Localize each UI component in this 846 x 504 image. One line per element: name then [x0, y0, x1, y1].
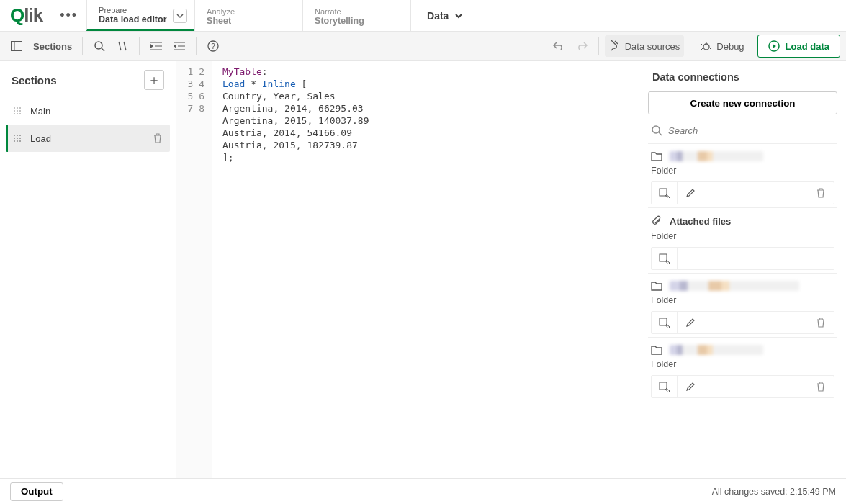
- toolbar: Sections ? Data sources Debug Load data: [0, 32, 846, 61]
- tab-analyze-big: Sheet: [207, 16, 291, 26]
- toggle-panel-button[interactable]: [6, 35, 27, 57]
- grip-icon: [13, 134, 22, 143]
- svg-line-19: [710, 48, 711, 50]
- main-area: Sections ＋ Main Load 1 2 3 4 5 6 7 8 MyT…: [0, 61, 846, 478]
- search-button[interactable]: [89, 35, 110, 57]
- help-icon: ?: [207, 40, 219, 52]
- folder-icon: [651, 281, 662, 291]
- edit-connection-button[interactable]: [678, 182, 703, 204]
- section-item-load[interactable]: Load: [6, 125, 170, 152]
- help-button[interactable]: ?: [202, 35, 224, 57]
- tab-prepare[interactable]: Prepare Data load editor: [86, 0, 194, 31]
- svg-text:?: ?: [211, 42, 215, 50]
- section-item-main[interactable]: Main: [6, 97, 170, 125]
- svg-point-36: [14, 140, 15, 142]
- svg-point-27: [14, 113, 15, 114]
- search-icon: [651, 125, 662, 136]
- redo-icon: [575, 41, 588, 51]
- svg-point-35: [19, 138, 21, 139]
- svg-rect-42: [660, 254, 667, 261]
- connection-name-redacted: [670, 345, 763, 355]
- connection-type: Folder: [651, 166, 834, 176]
- svg-point-32: [19, 135, 21, 136]
- connection-type: Folder: [651, 231, 834, 241]
- indent-button[interactable]: [145, 35, 167, 57]
- svg-rect-0: [12, 42, 22, 51]
- svg-point-25: [17, 110, 18, 112]
- app-logo: Qlik: [0, 0, 51, 31]
- connection-search[interactable]: [648, 122, 837, 143]
- connection-name-redacted: [670, 151, 763, 161]
- chevron-down-icon: [454, 12, 463, 20]
- svg-point-39: [652, 126, 660, 133]
- delete-connection-button[interactable]: [808, 376, 834, 397]
- svg-point-29: [19, 113, 21, 114]
- svg-point-24: [14, 110, 15, 112]
- svg-line-4: [119, 42, 121, 50]
- svg-line-5: [124, 42, 126, 50]
- data-sources-button[interactable]: Data sources: [605, 35, 685, 57]
- code-content[interactable]: MyTable: Load * Inline [ Country, Year, …: [212, 61, 639, 478]
- prepare-dropdown[interactable]: [173, 9, 187, 23]
- sections-toggle[interactable]: Sections: [29, 35, 76, 57]
- folder-icon: [651, 151, 662, 161]
- create-connection-button[interactable]: Create new connection: [648, 91, 837, 114]
- tab-narrate[interactable]: Narrate Storytelling: [302, 0, 410, 31]
- edit-connection-button[interactable]: [678, 376, 703, 397]
- svg-line-17: [710, 44, 711, 45]
- connection-actions: [651, 375, 834, 398]
- load-data-button[interactable]: Load data: [757, 35, 840, 58]
- svg-line-18: [701, 48, 703, 50]
- redo-button[interactable]: [571, 35, 593, 57]
- connection-item: Folder: [648, 337, 837, 401]
- connection-type: Folder: [651, 295, 834, 305]
- line-gutter: 1 2 3 4 5 6 7 8: [176, 61, 212, 478]
- footer: Output All changes saved: 2:15:49 PM: [0, 478, 846, 504]
- connection-type: Folder: [651, 359, 834, 369]
- indent-icon: [150, 41, 162, 51]
- connection-item: Folder: [648, 143, 837, 207]
- edit-connection-button[interactable]: [678, 312, 703, 333]
- plug-icon: [609, 40, 621, 52]
- search-icon: [94, 40, 105, 52]
- connection-search-input[interactable]: [668, 125, 836, 136]
- connection-item: Attached filesFolder: [648, 207, 837, 273]
- svg-point-37: [17, 140, 18, 142]
- sections-panel: Sections ＋ Main Load: [0, 61, 176, 478]
- output-button[interactable]: Output: [10, 482, 63, 501]
- select-data-button[interactable]: [652, 312, 678, 333]
- more-menu[interactable]: •••: [51, 0, 86, 31]
- tab-analyze[interactable]: Analyze Sheet: [194, 0, 302, 31]
- select-data-button[interactable]: [652, 248, 678, 269]
- select-data-icon: [659, 188, 670, 198]
- add-section-button[interactable]: ＋: [144, 70, 164, 90]
- debug-button[interactable]: Debug: [696, 35, 748, 57]
- grip-icon: [13, 107, 22, 115]
- code-editor[interactable]: 1 2 3 4 5 6 7 8 MyTable: Load * Inline […: [176, 61, 639, 478]
- comment-button[interactable]: [112, 35, 133, 57]
- data-menu[interactable]: Data: [410, 0, 479, 31]
- save-status: All changes saved: 2:15:49 PM: [712, 487, 836, 497]
- select-data-icon: [659, 382, 670, 392]
- svg-line-40: [659, 132, 662, 135]
- edit-icon: [685, 318, 696, 328]
- connection-item: Folder: [648, 273, 837, 337]
- select-data-button[interactable]: [652, 182, 678, 204]
- svg-point-31: [17, 135, 18, 136]
- delete-connection-button[interactable]: [808, 312, 834, 333]
- undo-button[interactable]: [548, 35, 570, 57]
- delete-connection-button[interactable]: [808, 182, 834, 204]
- tab-narrate-big: Storytelling: [315, 16, 399, 26]
- delete-section-button[interactable]: [153, 133, 163, 143]
- svg-point-26: [19, 110, 21, 112]
- connection-name-redacted: [670, 281, 799, 291]
- outdent-button[interactable]: [168, 35, 190, 57]
- connection-actions: [651, 311, 834, 334]
- select-data-button[interactable]: [652, 376, 678, 397]
- bug-icon: [701, 40, 712, 52]
- edit-icon: [685, 382, 696, 392]
- svg-point-14: [703, 44, 709, 50]
- connections-panel: Data connections Create new connection F…: [639, 61, 846, 478]
- chevron-down-icon: [176, 12, 184, 19]
- svg-line-3: [102, 48, 104, 51]
